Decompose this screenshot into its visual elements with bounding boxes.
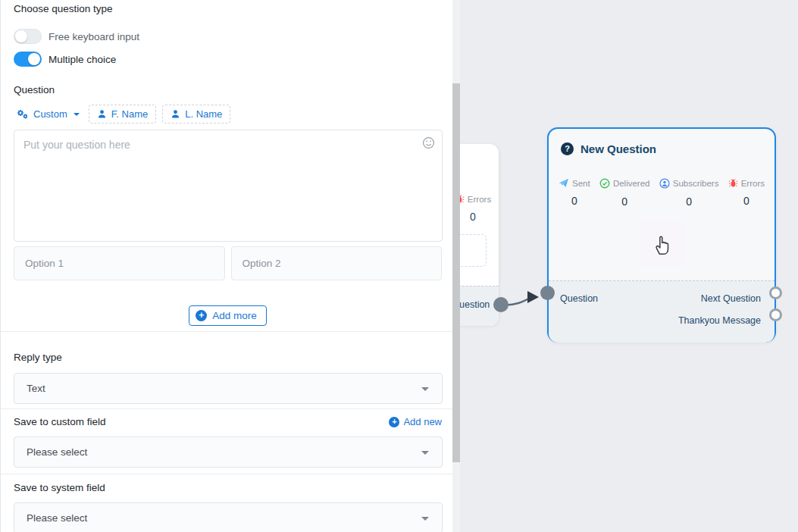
chevron-down-icon xyxy=(421,387,429,391)
next-question-port-handle[interactable] xyxy=(769,286,782,299)
node-stats: Sent 0 Delivered 0 xyxy=(549,178,775,208)
first-name-tag-chip[interactable]: F. Name xyxy=(89,105,156,124)
add-more-label: Add more xyxy=(212,310,257,321)
divider xyxy=(1,408,452,409)
save-custom-field-label: Save to custom field xyxy=(14,416,106,427)
input-port-handle[interactable] xyxy=(540,286,555,300)
reply-type-value: Text xyxy=(27,383,45,394)
chevron-down-icon xyxy=(421,517,429,521)
stat-label: Sent xyxy=(572,179,590,188)
merge-tag-chips: Custom F. Name L. Name xyxy=(14,105,442,124)
multiple-choice-toggle[interactable] xyxy=(14,52,42,67)
add-new-label: Add new xyxy=(403,416,442,427)
multiple-choice-toggle-row: Multiple choice xyxy=(14,52,442,67)
chevron-down-icon xyxy=(421,451,429,455)
option-1-input[interactable] xyxy=(14,246,225,280)
system-field-select[interactable]: Please select xyxy=(14,502,443,532)
flow-canvas[interactable]: Errors 0 uestion ? New Question xyxy=(452,0,798,532)
panel-scrollbar-track[interactable] xyxy=(452,0,460,532)
lname-chip-label: L. Name xyxy=(185,108,222,120)
stat-value: 0 xyxy=(621,196,627,208)
divider xyxy=(1,331,452,332)
stat-label: Delivered xyxy=(613,179,650,188)
person-icon xyxy=(171,109,180,119)
fname-chip-label: F. Name xyxy=(111,108,148,120)
last-name-tag-chip[interactable]: L. Name xyxy=(162,105,230,124)
question-textarea-wrap xyxy=(14,130,443,242)
gears-icon xyxy=(17,109,29,120)
person-icon xyxy=(97,109,107,119)
free-keyboard-label: Free keyboard input xyxy=(49,31,139,42)
node-header: ? New Question xyxy=(549,129,775,155)
plus-circle-icon: + xyxy=(196,310,207,321)
question-config-panel: Choose question type Free keyboard input… xyxy=(0,0,452,532)
stat-value: 0 xyxy=(686,196,692,208)
free-keyboard-toggle-row: Free keyboard input xyxy=(14,29,442,44)
thankyou-message-port-handle[interactable] xyxy=(769,308,782,321)
free-keyboard-toggle[interactable] xyxy=(14,29,42,44)
emoji-picker-icon[interactable] xyxy=(422,136,435,149)
cursor-highlight-area xyxy=(640,221,684,266)
reply-type-select[interactable]: Text xyxy=(14,373,443,404)
delivered-icon xyxy=(599,178,610,189)
new-question-node[interactable]: ? New Question Sent 0 xyxy=(547,127,776,343)
stat-label: Errors xyxy=(741,179,765,188)
node-title: New Question xyxy=(581,142,656,155)
send-icon xyxy=(559,178,569,188)
subscribers-icon xyxy=(659,178,670,189)
input-port-label: Question xyxy=(560,293,598,304)
output-port-label: Next Question xyxy=(701,293,761,304)
add-more-button[interactable]: + Add more xyxy=(189,305,267,326)
hand-pointer-cursor-icon xyxy=(652,232,672,255)
partial-port-label: uestion xyxy=(459,299,490,310)
flow-builder-screen: Choose question type Free keyboard input… xyxy=(0,0,798,532)
multiple-choice-label: Multiple choice xyxy=(49,54,116,65)
toggle-knob xyxy=(28,53,40,65)
option-2-input[interactable] xyxy=(231,246,443,280)
plus-circle-icon: + xyxy=(389,417,399,427)
stat-delivered: Delivered 0 xyxy=(599,178,650,208)
question-mark-icon: ? xyxy=(561,142,574,155)
stat-value: 0 xyxy=(571,195,577,207)
choose-question-type-label: Choose question type xyxy=(14,3,442,14)
options-row xyxy=(14,246,442,280)
stat-sent: Sent 0 xyxy=(559,178,590,208)
partial-errors-label: Errors xyxy=(468,195,491,204)
custom-chip-label: Custom xyxy=(33,108,67,120)
save-system-field-label: Save to system field xyxy=(14,482,442,493)
chevron-down-icon xyxy=(74,113,80,116)
divider xyxy=(1,474,452,474)
system-field-value: Please select xyxy=(27,512,87,524)
add-new-custom-field-link[interactable]: + Add new xyxy=(389,416,442,427)
toggle-knob xyxy=(15,30,27,42)
stat-value: 0 xyxy=(743,195,749,207)
panel-scrollbar-thumb[interactable] xyxy=(452,83,460,462)
question-section-label: Question xyxy=(14,84,442,95)
custom-field-select[interactable]: Please select xyxy=(14,437,443,468)
stat-errors: Errors 0 xyxy=(728,178,765,208)
bug-errors-icon xyxy=(728,178,738,188)
stat-label: Subscribers xyxy=(673,179,719,188)
custom-fields-dropdown-chip[interactable]: Custom xyxy=(14,105,83,124)
output-port-label: Thankyou Message xyxy=(678,315,761,326)
question-textarea[interactable] xyxy=(14,130,442,241)
node-ports-section: Question Next Question Thankyou Message xyxy=(549,280,775,343)
custom-field-value: Please select xyxy=(27,446,87,458)
stat-subscribers: Subscribers 0 xyxy=(659,178,719,208)
reply-type-label: Reply type xyxy=(14,352,442,363)
